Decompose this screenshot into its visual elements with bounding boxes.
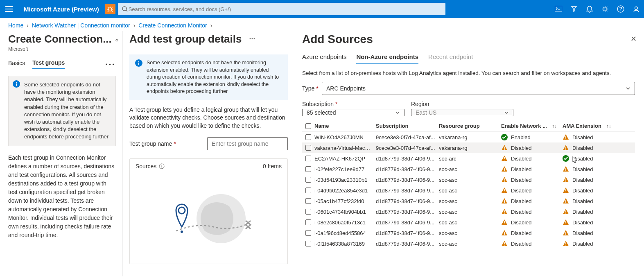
warning-icon xyxy=(501,187,508,194)
row-checkbox[interactable] xyxy=(305,230,311,236)
svg-point-16 xyxy=(179,207,185,214)
notifications-icon[interactable] xyxy=(582,5,597,13)
filter-icon[interactable] xyxy=(566,6,582,12)
warning-icon xyxy=(563,145,569,151)
row-resource-group: soc-asc xyxy=(439,177,501,183)
row-checkbox[interactable] xyxy=(305,134,311,140)
chevron-down-icon xyxy=(626,86,630,91)
row-enable-status: Disabled xyxy=(511,166,532,172)
col-ama-extension[interactable]: AMA Extension xyxy=(563,123,601,129)
table-row[interactable]: i-05ac1b477cf232fd0d1d8779d-38d7-4f06-9.… xyxy=(302,196,635,206)
row-checkbox[interactable] xyxy=(305,145,311,151)
info-outline-icon[interactable]: i xyxy=(159,163,165,169)
brand-title: Microsoft Azure (Preview) xyxy=(18,6,105,13)
row-ama-status: Disabled xyxy=(572,241,593,247)
row-subscription: 9cece3e3-0f7d-47ca-af... xyxy=(376,145,439,151)
cloud-shell-icon[interactable] xyxy=(551,6,566,12)
row-checkbox[interactable] xyxy=(305,156,311,161)
col-subscription[interactable]: Subscription xyxy=(376,123,439,129)
table-row[interactable]: i-02fefe227c1ee9d77d1d8779d-38d7-4f06-9.… xyxy=(302,164,635,174)
crumb-watcher[interactable]: Network Watcher | Connection monitor xyxy=(32,22,130,29)
feedback-icon[interactable] xyxy=(628,5,644,13)
info-icon xyxy=(13,80,20,88)
row-ama-status: Disabled xyxy=(572,219,593,226)
row-enable-status: Disabled xyxy=(511,156,532,162)
help-icon[interactable] xyxy=(613,5,628,13)
col-enable-network[interactable]: Enable Network ... xyxy=(501,123,547,129)
row-resource-group: soc-asc xyxy=(439,188,501,194)
type-dropdown[interactable]: ARC Endpoints xyxy=(322,82,635,95)
warning-icon xyxy=(501,240,508,247)
row-ama-status: Disabled xyxy=(572,145,593,151)
cursor-icon xyxy=(572,156,578,163)
warning-icon xyxy=(563,166,569,172)
tab-azure-endpoints[interactable]: Azure endpoints xyxy=(302,53,346,64)
warning-icon xyxy=(563,230,569,236)
search-input[interactable] xyxy=(118,3,445,15)
table-row[interactable]: i-0f1f546338a873169d1d8779d-38d7-4f06-9.… xyxy=(302,238,635,249)
row-checkbox[interactable] xyxy=(305,177,311,183)
row-resource-group: soc-asc xyxy=(439,166,501,172)
row-ama-status: Disabled xyxy=(572,166,593,172)
settings-icon[interactable] xyxy=(597,5,613,13)
tab-more-button[interactable]: • • • xyxy=(106,61,116,68)
select-all-checkbox[interactable] xyxy=(305,123,311,129)
row-checkbox[interactable] xyxy=(305,188,311,193)
table-row[interactable]: i-0a1f96cd8ed455864d1d8779d-38d7-4f06-9.… xyxy=(302,228,635,238)
row-resource-group: soc-asc xyxy=(439,198,501,204)
row-ama-status: Disabled xyxy=(572,230,593,236)
tab-basics[interactable]: Basics xyxy=(8,60,25,69)
row-name: i-04d9b022ea854e3d1 xyxy=(314,188,376,194)
row-checkbox[interactable] xyxy=(305,209,311,215)
warning-icon xyxy=(563,187,569,194)
row-enable-status: Disabled xyxy=(511,219,532,226)
row-enable-status: Disabled xyxy=(511,177,532,183)
sort-icon[interactable]: ↑↓ xyxy=(552,123,557,129)
tab-test-groups[interactable]: Test groups xyxy=(32,59,65,69)
table-row[interactable]: i-08e2c806a0f5713c1d1d8779d-38d7-4f06-9.… xyxy=(302,217,635,228)
table-row[interactable]: i-0601c4734fb904bb1d1d8779d-38d7-4f06-9.… xyxy=(302,206,635,217)
row-ama-status: Disabled xyxy=(572,177,593,183)
row-enable-status: Disabled xyxy=(511,198,532,204)
row-name: vakarana-Virtual-Machi... xyxy=(314,145,376,151)
panel-title: Add Sources xyxy=(302,33,635,46)
row-resource-group: soc-arc xyxy=(439,156,501,162)
row-resource-group: soc-asc xyxy=(439,241,501,247)
row-name: i-02fefe227c1ee9d77 xyxy=(314,166,376,172)
mid-more-button[interactable]: ··· xyxy=(249,35,255,43)
sort-icon[interactable]: ↑↓ xyxy=(606,123,611,129)
row-enable-status: Disabled xyxy=(511,230,532,236)
row-name: EC2AMAZ-HK672QP xyxy=(314,156,376,162)
close-button[interactable]: ✕ xyxy=(630,34,637,43)
collapse-left-icon[interactable]: « xyxy=(115,37,118,43)
table-row[interactable]: EC2AMAZ-HK672QPd1d8779d-38d7-4f06-9...so… xyxy=(302,153,635,164)
table-row[interactable]: i-04d9b022ea854e3d1d1d8779d-38d7-4f06-9.… xyxy=(302,185,635,196)
notice-text: Some selected endpoints do not have the … xyxy=(24,81,108,140)
preview-bug-icon[interactable] xyxy=(105,4,115,14)
col-name[interactable]: Name xyxy=(314,123,376,129)
chevron-down-icon xyxy=(504,110,509,115)
chevron-down-icon xyxy=(395,110,400,115)
row-checkbox[interactable] xyxy=(305,198,311,204)
subscription-dropdown[interactable]: 85 selected xyxy=(302,109,404,116)
table-row[interactable]: vakarana-Virtual-Machi...9cece3e3-0f7d-4… xyxy=(302,142,635,153)
search-field[interactable] xyxy=(128,6,441,13)
warning-icon xyxy=(563,198,569,204)
hamburger-button[interactable] xyxy=(0,6,18,12)
svg-point-12 xyxy=(635,7,638,10)
table-row[interactable]: i-03d54193ac23310b1d1d8779d-38d7-4f06-9.… xyxy=(302,174,635,185)
tg-name-input[interactable] xyxy=(207,137,288,150)
sources-empty-illustration xyxy=(130,174,287,264)
crumb-create[interactable]: Create Connection Monitor xyxy=(138,22,207,29)
crumb-home[interactable]: Home xyxy=(8,22,23,29)
table-row[interactable]: WIN-KO4A267J0MN9cece3e3-0f7d-47ca-af...v… xyxy=(302,132,635,142)
panel-hint: Select from a list of on-premises hosts … xyxy=(302,70,635,76)
tab-recent-endpoint[interactable]: Recent endpoint xyxy=(428,53,473,64)
col-resource-group[interactable]: Resource group xyxy=(439,123,501,129)
row-checkbox[interactable] xyxy=(305,219,311,225)
region-dropdown[interactable]: East US xyxy=(411,109,513,116)
tab-non-azure-endpoints[interactable]: Non-Azure endpoints xyxy=(356,53,418,64)
row-checkbox[interactable] xyxy=(305,241,311,246)
row-checkbox[interactable] xyxy=(305,166,311,172)
svg-point-9 xyxy=(604,8,606,10)
